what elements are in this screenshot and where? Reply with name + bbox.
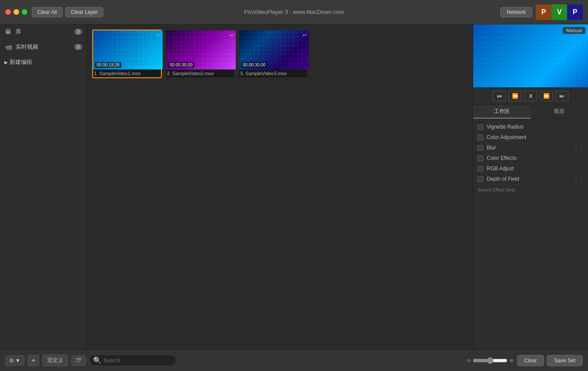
video-label-2: 2. SampleVideo2.mov [166,70,234,77]
sidebar-item-live-video[interactable]: 📹 实时视频 0 [0,40,87,55]
fast-forward-button[interactable]: ⏩ [540,91,553,101]
drag-handle-color-adj: ⋮⋮ [573,134,584,140]
titlebar: Clear All Clear Layer ProVideoPlayer 3 -… [0,0,588,24]
video-label-3: 3. SampleVideo3.mov [239,70,307,77]
search-bar[interactable]: 🔍 [89,354,176,366]
macro-button[interactable]: 宏定义 [43,354,68,366]
expand-icon: ▶ [4,60,8,65]
pause-button[interactable]: ⏸ [524,91,537,101]
pvp-video-icon: V [551,4,567,20]
bottom-bar: ⚙ ▼ + 宏定义 🎬 🔍 ⊖ ⊕ Clear Save Set [0,349,588,371]
panel-tabs: 工作区 图层 [473,105,588,119]
effect-label-color-fx: Color Effects [487,155,516,161]
right-panel: Manual ⏮ ⏪ ⏸ ⏩ ⏭ 工作区 图层 [473,24,588,349]
search-input[interactable] [104,358,172,364]
effect-depth-of-field[interactable]: Depth of Field ⋮⋮ [473,174,588,184]
media-icon: 🎬 [75,358,82,364]
effect-checkbox-vignette[interactable] [478,124,483,130]
effect-label-dof: Depth of Field [487,176,519,182]
sidebar-library-label: 库 [16,28,21,36]
effect-label-color-adj: Color Adjustment [487,134,526,140]
video-thumb-1[interactable]: ↩ 00:00:19;28 1. SampleVideo1.mov [92,30,162,78]
drag-handle-dof: ⋮⋮ [573,176,584,182]
traffic-lights [5,9,27,15]
bottom-right-buttons: Clear Save Set [517,355,583,366]
close-button[interactable] [5,9,11,15]
sidebar-live-video-label: 实时视频 [16,43,38,51]
zoom-slider[interactable] [473,357,508,364]
sidebar-live-badge: 0 [74,44,82,50]
main-layout: 🏛 库 3 📹 实时视频 0 ▶ 新建编组 ↩ 00:00:19;28 1. S… [0,24,588,349]
zoom-control: ⊖ ⊕ [467,357,514,364]
effect-label-vignette: Vignette Radius [487,124,524,130]
skip-back-icon: ⏮ [497,93,502,99]
skip-back-button[interactable]: ⏮ [493,91,506,101]
gear-dropdown-icon: ▼ [15,358,20,364]
skip-forward-button[interactable]: ⏭ [555,91,568,101]
effect-label-blur: Blur [487,145,496,151]
drag-handle-color-fx: ⋮⋮ [573,155,584,161]
drag-handle-blur: ⋮⋮ [573,145,584,151]
add-button[interactable]: + [28,355,39,366]
tab-layer[interactable]: 图层 [531,105,588,119]
gear-icon: ⚙ [9,358,14,364]
effect-checkbox-dof[interactable] [478,176,483,182]
effect-blur[interactable]: Blur ⋮⋮ [473,142,588,153]
sidebar-item-new-group[interactable]: ▶ 新建编组 [0,55,87,70]
video-grid: ↩ 00:00:19;28 1. SampleVideo1.mov ↩ 00:0… [92,30,468,78]
fast-forward-icon: ⏩ [543,93,550,99]
library-icon: 🏛 [4,28,12,36]
pvp-player-icon: P [567,4,583,20]
sidebar-item-library[interactable]: 🏛 库 3 [0,24,87,40]
live-video-icon: 📹 [4,43,12,51]
zoom-in-icon: ⊕ [509,358,514,364]
effect-color-effects[interactable]: Color Effects ⋮⋮ [473,153,588,163]
content-area: ↩ 00:00:19;28 1. SampleVideo1.mov ↩ 00:0… [87,24,473,349]
return-icon-1: ↩ [157,32,161,38]
return-icon-2: ↩ [230,32,234,38]
effect-vignette-radius[interactable]: Vignette Radius ⋮⋮ [473,122,588,132]
effects-list: Vignette Radius ⋮⋮ Color Adjustment ⋮⋮ B… [473,119,588,349]
timecode-3: 00:00:30;00 [241,62,267,68]
toolbar-buttons: Clear All Clear Layer [32,7,104,17]
skip-forward-icon: ⏭ [559,93,565,99]
pause-icon: ⏸ [528,93,533,99]
minimize-button[interactable] [13,9,19,15]
preview-area: Manual [473,24,588,87]
zoom-out-icon: ⊖ [467,358,471,364]
timecode-1: 00:00:19;28 [95,62,121,68]
search-icon: 🔍 [93,356,102,364]
clear-button[interactable]: Clear [517,355,545,366]
clear-all-button[interactable]: Clear All [32,7,63,17]
timecode-2: 00:00:30;00 [168,62,194,68]
effect-checkbox-color-fx[interactable] [478,156,483,161]
media-button[interactable]: 🎬 [71,355,86,366]
effect-rgb-adjust[interactable]: RGB Adjust ⋮⋮ [473,163,588,174]
effect-checkbox-color-adj[interactable] [478,135,483,140]
video-thumb-2[interactable]: ↩ 00:00:30;00 2. SampleVideo2.mov [165,30,235,78]
drag-handle-rgb: ⋮⋮ [573,166,584,172]
tab-workspace[interactable]: 工作区 [473,105,531,119]
sidebar-new-group-label: 新建编组 [10,58,32,66]
effect-label-rgb: RGB Adjust [487,166,514,172]
rewind-icon: ⏪ [512,93,518,99]
titlebar-right: Network P V P [500,4,583,20]
sidebar-library-badge: 3 [74,29,82,35]
video-thumb-3[interactable]: ↩ 00:00:30;00 3. SampleVideo3.mov [238,30,308,78]
gear-settings-button[interactable]: ⚙ ▼ [5,355,24,366]
video-thumbnail-1: ↩ 00:00:19;28 [93,30,163,70]
effect-color-adjustment[interactable]: Color Adjustment ⋮⋮ [473,132,588,142]
sidebar: 🏛 库 3 📹 实时视频 0 ▶ 新建编组 [0,24,87,349]
transport-controls: ⏮ ⏪ ⏸ ⏩ ⏭ [473,87,588,105]
video-thumbnail-3: ↩ 00:00:30;00 [239,30,309,70]
rewind-button[interactable]: ⏪ [508,91,521,101]
manual-badge: Manual [563,27,585,34]
clear-layer-button[interactable]: Clear Layer [65,7,104,17]
maximize-button[interactable] [22,9,27,15]
app-title: ProVideoPlayer 3 - www.MacDown.com [244,9,344,15]
save-set-button[interactable]: Save Set [547,355,583,366]
effect-checkbox-rgb[interactable] [478,166,483,172]
effect-checkbox-blur[interactable] [478,145,483,151]
network-button[interactable]: Network [500,7,532,17]
drag-handle-vignette: ⋮⋮ [573,124,584,130]
